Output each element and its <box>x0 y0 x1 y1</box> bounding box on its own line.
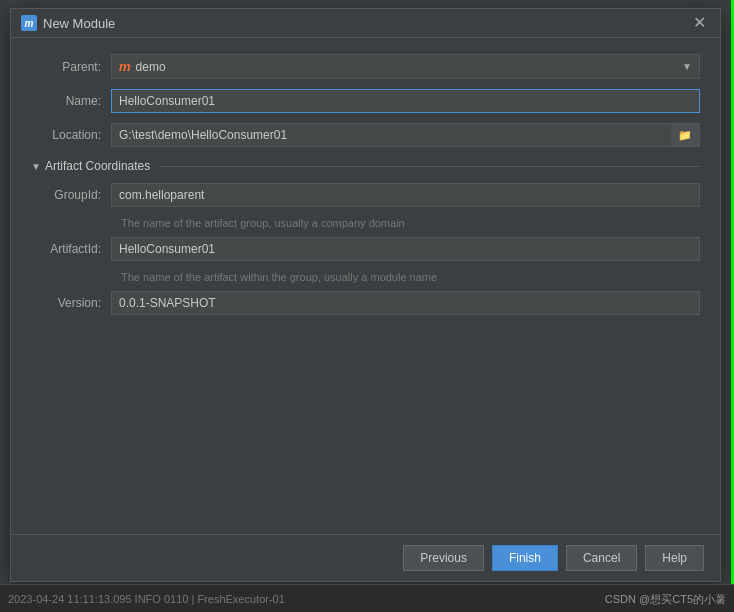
dialog-overlay: m New Module ✕ Parent: m demo ▼ Name <box>0 0 734 612</box>
parent-dropdown[interactable]: m demo ▼ <box>111 54 700 79</box>
status-bar-text: 2023-04-24 11:11:13.095 INFO 0110 | Fres… <box>8 593 285 605</box>
cancel-button[interactable]: Cancel <box>566 545 637 571</box>
name-input[interactable] <box>111 89 700 113</box>
groupid-hint: The name of the artifact group, usually … <box>121 217 700 229</box>
watermark: CSDN @想买CT5的小薯 <box>605 592 726 607</box>
location-label: Location: <box>31 128 111 142</box>
version-label: Version: <box>31 296 111 310</box>
dialog-icon: m <box>21 15 37 31</box>
location-field-wrapper: 📁 <box>111 123 700 147</box>
version-input[interactable] <box>111 291 700 315</box>
section-divider <box>160 166 700 167</box>
name-label: Name: <box>31 94 111 108</box>
location-input[interactable] <box>111 123 671 147</box>
dialog-titlebar: m New Module ✕ <box>11 9 720 38</box>
parent-dropdown-value: m demo <box>119 59 166 74</box>
version-row: Version: <box>31 291 700 315</box>
artifactid-input[interactable] <box>111 237 700 261</box>
browse-button[interactable]: 📁 <box>671 123 700 147</box>
groupid-label: GroupId: <box>31 188 111 202</box>
groupid-row: GroupId: <box>31 183 700 207</box>
dialog-body: Parent: m demo ▼ Name: Location: <box>11 38 720 534</box>
artifact-section-label: Artifact Coordinates <box>45 159 150 173</box>
artifactid-hint: The name of the artifact within the grou… <box>121 271 700 283</box>
help-button[interactable]: Help <box>645 545 704 571</box>
groupid-input[interactable] <box>111 183 700 207</box>
artifactid-row: ArtifactId: <box>31 237 700 261</box>
name-row: Name: <box>31 89 700 113</box>
collapse-triangle-icon[interactable]: ▼ <box>31 161 41 172</box>
new-module-dialog: m New Module ✕ Parent: m demo ▼ Name <box>10 8 721 582</box>
artifactid-label: ArtifactId: <box>31 242 111 256</box>
titlebar-left: m New Module <box>21 15 115 31</box>
dialog-title: New Module <box>43 16 115 31</box>
previous-button[interactable]: Previous <box>403 545 484 571</box>
dialog-footer: Previous Finish Cancel Help <box>11 534 720 581</box>
parent-label: Parent: <box>31 60 111 74</box>
parent-row: Parent: m demo ▼ <box>31 54 700 79</box>
chevron-down-icon: ▼ <box>682 61 692 72</box>
parent-m-icon: m <box>119 59 131 74</box>
artifact-section-header: ▼ Artifact Coordinates <box>31 159 700 173</box>
location-row: Location: 📁 <box>31 123 700 147</box>
parent-value: demo <box>136 60 166 74</box>
close-button[interactable]: ✕ <box>689 15 710 31</box>
finish-button[interactable]: Finish <box>492 545 558 571</box>
